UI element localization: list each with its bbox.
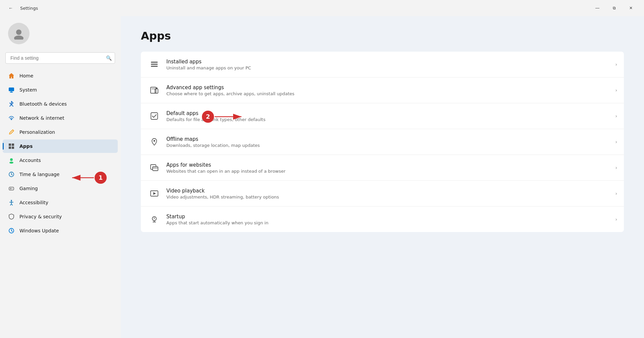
- svg-point-10: [10, 158, 13, 161]
- network-icon: [8, 115, 15, 121]
- svg-rect-28: [151, 66, 158, 67]
- svg-rect-7: [12, 144, 14, 146]
- apps-for-websites-icon: [148, 161, 161, 174]
- sidebar-item-label-apps: Apps: [19, 144, 33, 149]
- title-bar: ← Settings — ⧉ ✕: [0, 0, 644, 16]
- sidebar-item-gaming[interactable]: Gaming: [3, 182, 118, 195]
- sidebar-item-label-network: Network & internet: [19, 115, 64, 121]
- settings-item-startup[interactable]: StartupApps that start automatically whe…: [141, 207, 624, 232]
- apps-for-websites-chevron: ›: [615, 165, 617, 170]
- advanced-app-settings-icon: [148, 83, 161, 97]
- minimize-button[interactable]: —: [590, 3, 605, 13]
- bluetooth-icon: [8, 101, 15, 107]
- svg-rect-8: [9, 147, 11, 149]
- svg-point-32: [156, 88, 158, 89]
- svg-rect-36: [153, 167, 158, 171]
- apps-for-websites-desc: Websites that can open in an app instead…: [166, 169, 611, 174]
- svg-rect-2: [9, 88, 14, 91]
- app-title: Settings: [20, 6, 38, 11]
- sidebar-item-system[interactable]: System: [3, 83, 118, 97]
- sidebar-item-privacy[interactable]: Privacy & security: [3, 210, 118, 223]
- offline-maps-icon: [148, 135, 161, 149]
- default-apps-chevron: ›: [615, 113, 617, 119]
- svg-rect-3: [10, 92, 12, 92]
- video-playback-icon: [148, 187, 161, 200]
- sidebar-item-bluetooth[interactable]: Bluetooth & devices: [3, 97, 118, 111]
- maximize-button[interactable]: ⧉: [606, 3, 622, 13]
- svg-rect-6: [9, 144, 11, 146]
- sidebar-item-accounts[interactable]: Accounts: [3, 154, 118, 167]
- svg-rect-9: [12, 147, 14, 149]
- personalization-icon: [8, 129, 15, 135]
- settings-item-apps-for-websites[interactable]: Apps for websitesWebsites that can open …: [141, 155, 624, 181]
- update-icon: [8, 227, 15, 234]
- close-button[interactable]: ✕: [623, 3, 639, 13]
- svg-rect-27: [151, 64, 158, 65]
- offline-maps-title: Offline maps: [166, 136, 611, 142]
- settings-item-default-apps[interactable]: Default appsDefaults for file and link t…: [141, 103, 624, 129]
- settings-item-installed-apps[interactable]: Installed appsUninstall and manage apps …: [141, 52, 624, 77]
- sidebar-item-personalization[interactable]: Personalization: [3, 125, 118, 139]
- svg-line-14: [11, 174, 12, 175]
- video-playback-chevron: ›: [615, 191, 617, 196]
- settings-list: Installed appsUninstall and manage apps …: [141, 52, 624, 232]
- default-apps-title: Default apps: [166, 110, 611, 116]
- default-apps-desc: Defaults for file and link types, other …: [166, 117, 611, 122]
- svg-point-11: [9, 162, 13, 164]
- startup-icon: [148, 213, 161, 226]
- svg-marker-5: [10, 101, 13, 106]
- startup-text: StartupApps that start automatically whe…: [166, 214, 611, 225]
- sidebar-item-label-personalization: Personalization: [19, 129, 55, 135]
- apps-for-websites-text: Apps for websitesWebsites that can open …: [166, 162, 611, 174]
- sidebar-item-label-update: Windows Update: [19, 228, 59, 233]
- video-playback-text: Video playbackVideo adjustments, HDR str…: [166, 188, 611, 200]
- installed-apps-chevron: ›: [615, 62, 617, 67]
- privacy-icon: [8, 213, 15, 220]
- apps-icon: [8, 143, 15, 150]
- active-indicator: [3, 143, 4, 150]
- system-icon: [8, 87, 15, 93]
- advanced-app-settings-text: Advanced app settingsChoose where to get…: [166, 84, 611, 96]
- svg-marker-39: [153, 192, 156, 195]
- sidebar-item-home[interactable]: Home: [3, 69, 118, 82]
- sidebar-item-accessibility[interactable]: Accessibility: [3, 196, 118, 209]
- installed-apps-text: Installed appsUninstall and manage apps …: [166, 59, 611, 70]
- sidebar-item-update[interactable]: Windows Update: [3, 224, 118, 237]
- svg-rect-4: [10, 92, 13, 93]
- app-body: 🔍 HomeSystemBluetooth & devicesNetwork &…: [0, 16, 644, 338]
- svg-rect-26: [151, 62, 158, 63]
- svg-point-1: [14, 36, 23, 40]
- settings-item-offline-maps[interactable]: Offline mapsDownloads, storage location,…: [141, 129, 624, 155]
- svg-point-0: [16, 30, 21, 35]
- sidebar-item-label-time: Time & language: [19, 172, 59, 177]
- svg-rect-30: [155, 89, 158, 93]
- search-input[interactable]: [5, 52, 115, 64]
- startup-chevron: ›: [615, 217, 617, 222]
- content-area: Apps Installed appsUninstall and manage …: [121, 16, 644, 338]
- sidebar-item-apps[interactable]: Apps: [3, 139, 118, 153]
- svg-line-24: [11, 204, 12, 205]
- sidebar-item-label-gaming: Gaming: [19, 186, 38, 191]
- sidebar-item-label-privacy: Privacy & security: [19, 214, 62, 219]
- search-box: 🔍: [5, 52, 115, 64]
- sidebar-nav: HomeSystemBluetooth & devicesNetwork & i…: [0, 68, 120, 239]
- sidebar-item-network[interactable]: Network & internet: [3, 111, 118, 125]
- sidebar-item-label-bluetooth: Bluetooth & devices: [19, 101, 67, 107]
- sidebar-item-time[interactable]: Time & language: [3, 168, 118, 181]
- installed-apps-desc: Uninstall and manage apps on your PC: [166, 65, 611, 70]
- accounts-icon: [8, 157, 15, 164]
- window-controls: — ⧉ ✕: [590, 3, 639, 13]
- svg-point-34: [154, 140, 155, 142]
- video-playback-title: Video playback: [166, 188, 611, 194]
- offline-maps-desc: Downloads, storage location, map updates: [166, 143, 611, 148]
- page-title: Apps: [141, 30, 624, 42]
- advanced-app-settings-chevron: ›: [615, 88, 617, 93]
- settings-item-advanced-app-settings[interactable]: Advanced app settingsChoose where to get…: [141, 77, 624, 103]
- sidebar-item-label-home: Home: [19, 73, 33, 78]
- settings-item-video-playback[interactable]: Video playbackVideo adjustments, HDR str…: [141, 181, 624, 207]
- svg-point-18: [12, 188, 13, 189]
- back-button[interactable]: ←: [5, 3, 16, 13]
- home-icon: [8, 72, 15, 79]
- apps-for-websites-title: Apps for websites: [166, 162, 611, 168]
- video-playback-desc: Video adjustments, HDR streaming, batter…: [166, 194, 611, 200]
